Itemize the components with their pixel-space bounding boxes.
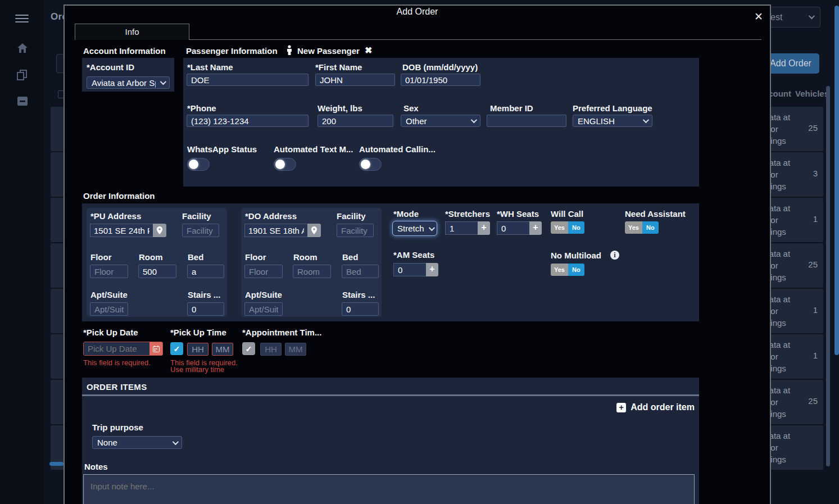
do-facility-field[interactable] bbox=[337, 224, 374, 237]
automated-text-label: Automated Text M... bbox=[274, 144, 353, 154]
no-multiload-yes-button[interactable]: Yes bbox=[551, 264, 568, 276]
dob-label: DOB (mm/dd/yyyy) bbox=[402, 62, 478, 72]
pickup-date-field[interactable] bbox=[84, 342, 149, 355]
need-assistant-toggle: Yes No bbox=[625, 221, 659, 234]
plus-square-icon: + bbox=[616, 403, 626, 412]
tab-info[interactable]: Info bbox=[75, 24, 189, 40]
plus-button[interactable]: + bbox=[529, 221, 542, 235]
add-order-modal: Add Order ✕ Info Account Information *Ac… bbox=[64, 4, 771, 504]
no-multiload-no-button[interactable]: No bbox=[568, 264, 584, 276]
appointment-hh-field[interactable] bbox=[260, 343, 282, 356]
appointment-time-checkbox[interactable]: ✓ bbox=[242, 342, 255, 355]
pu-room-label: Room bbox=[139, 252, 163, 262]
add-order-item-label: Add order item bbox=[631, 402, 695, 412]
do-floor-field[interactable] bbox=[244, 265, 283, 278]
account-id-select[interactable]: Aviata at Arbor Sp bbox=[87, 76, 170, 89]
order-information-heading: Order Information bbox=[83, 191, 155, 201]
preferred-language-select[interactable]: ENGLISH bbox=[573, 115, 652, 127]
will-call-no-button[interactable]: No bbox=[568, 221, 584, 234]
clear-passenger-icon[interactable]: ✖ bbox=[365, 45, 372, 56]
automated-calling-toggle[interactable] bbox=[359, 158, 382, 171]
new-passenger-button[interactable]: New Passenger bbox=[297, 46, 360, 56]
automated-text-toggle[interactable] bbox=[274, 158, 296, 171]
pu-facility-label: Facility bbox=[182, 211, 211, 221]
need-assistant-no-button[interactable]: No bbox=[642, 221, 659, 234]
do-bed-field[interactable] bbox=[342, 265, 379, 278]
pu-floor-field[interactable] bbox=[90, 265, 128, 278]
pu-stairs-label: Stairs ... bbox=[188, 290, 220, 299]
info-icon[interactable]: i bbox=[610, 251, 619, 260]
account-id-value: Aviata at Arbor Sp bbox=[92, 78, 156, 88]
hamburger-menu-icon[interactable] bbox=[15, 12, 29, 25]
pu-address-field[interactable] bbox=[90, 224, 153, 237]
appointment-time-label: *Appointment Tim... bbox=[242, 328, 321, 337]
pickup-time-mm-field[interactable] bbox=[212, 343, 233, 356]
map-pin-button[interactable] bbox=[307, 224, 321, 237]
sex-value: Other bbox=[406, 116, 427, 126]
pu-room-field[interactable] bbox=[138, 265, 176, 278]
add-order-item-button[interactable]: + Add order item bbox=[616, 402, 695, 412]
pu-facility-field[interactable] bbox=[182, 224, 219, 237]
calendar-button[interactable] bbox=[149, 342, 162, 355]
pu-address-group bbox=[90, 224, 166, 237]
wh-seats-label: *WH Seats bbox=[497, 209, 539, 219]
do-address-field[interactable] bbox=[244, 224, 307, 237]
plus-button[interactable]: + bbox=[478, 221, 490, 235]
do-stairs-label: Stairs ... bbox=[342, 290, 375, 299]
weight-field[interactable] bbox=[318, 115, 393, 127]
pickup-time-hh-field[interactable] bbox=[187, 343, 208, 356]
whatsapp-status-label: WhatsApp Status bbox=[187, 144, 257, 154]
toggle-knob bbox=[361, 160, 370, 169]
automated-calling-label: Automated Callin... bbox=[359, 144, 436, 154]
notes-textarea[interactable] bbox=[83, 474, 695, 504]
pu-stairs-field[interactable] bbox=[187, 302, 224, 316]
do-apt-field[interactable] bbox=[244, 302, 283, 316]
do-address-label: *DO Address bbox=[245, 211, 297, 221]
do-stairs-field[interactable] bbox=[342, 302, 379, 316]
will-call-yes-button[interactable]: Yes bbox=[551, 221, 568, 234]
preferred-language-value: ENGLISH bbox=[578, 116, 615, 126]
need-assistant-yes-button[interactable]: Yes bbox=[625, 221, 642, 234]
vehicles-cell: 25 bbox=[795, 260, 818, 269]
home-icon[interactable] bbox=[17, 43, 28, 53]
plus-button[interactable]: + bbox=[426, 263, 438, 276]
am-seats-label: *AM Seats bbox=[393, 250, 434, 260]
sex-select[interactable]: Other bbox=[401, 115, 480, 127]
chevron-down-icon bbox=[428, 224, 434, 230]
order-items-divider bbox=[82, 394, 699, 396]
wh-seats-field[interactable] bbox=[497, 221, 529, 235]
archive-icon[interactable] bbox=[17, 97, 28, 106]
am-seats-field[interactable] bbox=[393, 263, 426, 276]
stretchers-field[interactable] bbox=[445, 221, 478, 235]
pu-card: *PU Address Facility Floor Room Bed Apt/… bbox=[87, 208, 227, 317]
trip-purpose-select[interactable]: None bbox=[92, 436, 182, 449]
phone-field[interactable] bbox=[187, 115, 309, 127]
pickup-time-checkbox[interactable]: ✓ bbox=[170, 342, 183, 355]
pu-bed-field[interactable] bbox=[187, 265, 224, 278]
do-room-field[interactable] bbox=[293, 265, 331, 278]
whatsapp-status-toggle[interactable] bbox=[187, 158, 210, 171]
toggle-knob bbox=[275, 160, 285, 169]
page-scrollbar[interactable] bbox=[835, 6, 839, 355]
order-panel: *PU Address Facility Floor Room Bed Apt/… bbox=[82, 203, 699, 321]
app-screen: Orders Test Add Order Account Vehicles A… bbox=[0, 0, 839, 504]
pu-apt-field[interactable] bbox=[90, 302, 128, 316]
copy-pages-icon[interactable] bbox=[17, 70, 28, 80]
map-pin-button[interactable] bbox=[153, 224, 166, 237]
mode-value: Stretch bbox=[397, 224, 424, 233]
close-icon[interactable]: ✕ bbox=[754, 10, 763, 23]
dob-field[interactable] bbox=[401, 74, 480, 86]
trip-purpose-value: None bbox=[97, 438, 117, 447]
first-name-field[interactable] bbox=[315, 74, 395, 86]
do-address-group bbox=[244, 224, 321, 237]
member-id-field[interactable] bbox=[487, 115, 566, 127]
chevron-down-icon bbox=[160, 79, 166, 85]
table-vertical-scrollbar[interactable] bbox=[826, 86, 830, 466]
pickup-date-error: This field is required. bbox=[83, 358, 151, 367]
will-call-label: Will Call bbox=[551, 209, 583, 219]
mode-select[interactable]: Stretch bbox=[392, 221, 437, 236]
table-horizontal-scrollbar[interactable] bbox=[49, 462, 64, 466]
appointment-mm-field[interactable] bbox=[285, 343, 306, 356]
last-name-field[interactable] bbox=[187, 74, 309, 86]
do-card: *DO Address Facility Floor Room Bed Apt/… bbox=[241, 208, 382, 317]
